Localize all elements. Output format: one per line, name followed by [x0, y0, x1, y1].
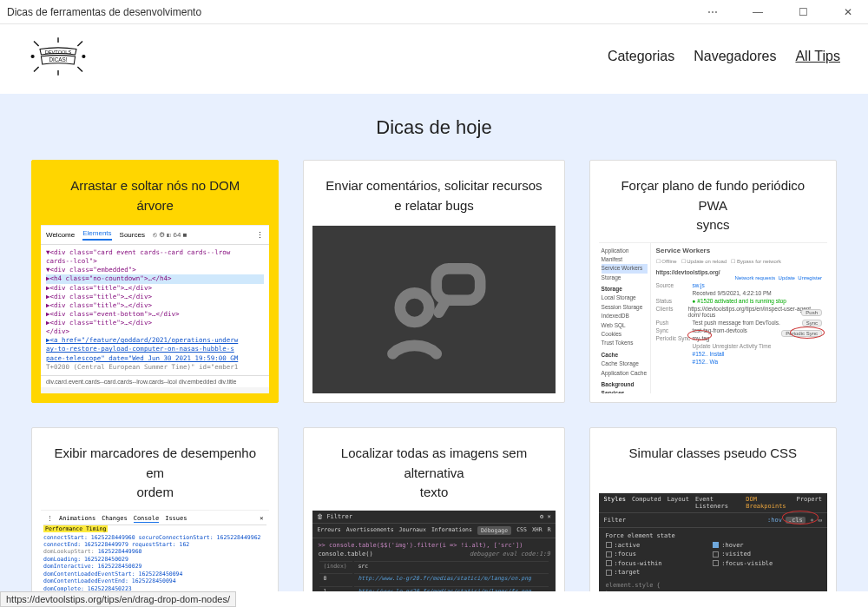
svg-point-6 [31, 56, 34, 58]
svg-point-7 [82, 56, 85, 58]
svg-line-2 [77, 42, 82, 47]
tip-card[interactable]: Localizar todas as imagens sem alternati… [303, 427, 564, 591]
tip-thumbnail: Styles ComputedLayout Event Listeners DO… [599, 492, 827, 591]
window-maximize-icon[interactable]: ☐ [790, 6, 816, 18]
tip-thumbnail: Welcome Elements Sources ⎋ ⚙ ◧ 64 ■ ⋮ ▼<… [41, 225, 269, 393]
tip-card[interactable]: Enviar comentários, solicitar recursose … [303, 160, 564, 403]
tip-thumbnail: Application Manifest Service Workers Sto… [599, 242, 827, 394]
tip-card[interactable]: Exibir marcadores de desempenho emordem … [31, 427, 279, 591]
tip-title: Simular classes pseudo CSS [622, 444, 804, 485]
site-logo[interactable]: DEVTOOLS DICAS! [28, 35, 89, 78]
tip-title: Enviar comentários, solicitar recursose … [319, 176, 549, 218]
window-titlebar: Dicas de ferramentas de desenvolvimento … [0, 0, 868, 24]
svg-text:DEVTOOLS: DEVTOOLS [45, 49, 72, 55]
tip-title: Localizar todas as imagens sem alternati… [312, 444, 555, 503]
svg-line-0 [34, 42, 39, 47]
nav-all-tips[interactable]: All Tips [795, 49, 840, 64]
status-bar: https://devtoolstips.org/tips/en/drag-dr… [0, 591, 236, 607]
window-more-icon[interactable]: ⋯ [700, 6, 726, 18]
svg-text:DICAS!: DICAS! [49, 56, 68, 63]
window-title: Dicas de ferramentas de desenvolvimento [7, 6, 201, 18]
page-header: DEVTOOLS DICAS! Categorias Navegadores A… [0, 24, 868, 94]
tip-card[interactable]: Arrastar e soltar nós no DOMárvore Welco… [31, 160, 279, 403]
window-minimize-icon[interactable]: — [745, 6, 771, 18]
window-close-icon[interactable]: ✕ [835, 6, 861, 18]
svg-line-3 [34, 67, 39, 72]
section-heading: Dicas de hoje [31, 116, 837, 139]
nav-browsers[interactable]: Navegadores [694, 49, 776, 64]
tip-card[interactable]: Simular classes pseudo CSS Styles Comput… [589, 427, 837, 591]
tips-grid: Arrastar e soltar nós no DOMárvore Welco… [31, 160, 837, 591]
tip-card[interactable]: Forçar plano de fundo periódico PWAsyncs… [589, 160, 837, 403]
svg-line-5 [77, 67, 82, 72]
feedback-icon [373, 249, 495, 371]
nav-categories[interactable]: Categorias [608, 49, 674, 64]
tip-title: Exibir marcadores de desempenho emordem [41, 444, 269, 503]
svg-rect-11 [437, 268, 480, 300]
main-nav: Categorias Navegadores All Tips [608, 49, 840, 64]
tip-thumbnail: ⋮ Animations Changes Console Issues ✕ Pe… [41, 510, 269, 592]
tip-thumbnail [312, 225, 555, 393]
content-area: Dicas de hoje Arrastar e soltar nós no D… [0, 94, 868, 591]
svg-point-10 [400, 293, 430, 322]
tip-thumbnail: 🗑 Filtrer⚙ ✕ ErreursAvertissements Journ… [312, 510, 555, 592]
tip-title: Arrastar e soltar nós no DOMárvore [63, 176, 247, 218]
tip-title: Forçar plano de fundo periódico PWAsyncs [599, 176, 827, 235]
